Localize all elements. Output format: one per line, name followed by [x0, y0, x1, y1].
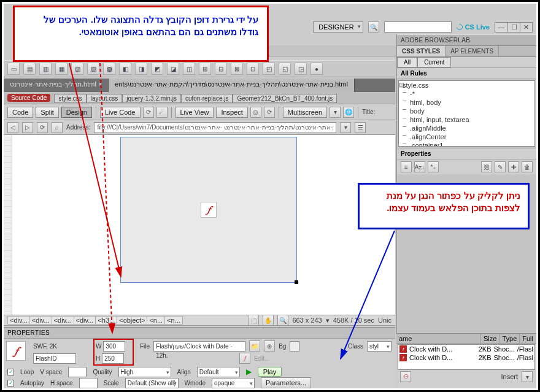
- css-rule-item[interactable]: html, body: [399, 98, 534, 107]
- width-input[interactable]: 300: [103, 341, 125, 352]
- file-target-icon[interactable]: ⊕: [264, 340, 275, 352]
- fwd-icon[interactable]: ▷: [22, 122, 33, 133]
- toolbar-icon-17[interactable]: ◱: [279, 63, 291, 75]
- related-file-tab[interactable]: cufon-replace.js: [181, 94, 233, 103]
- toolbar-icon-13[interactable]: ⊟: [215, 63, 227, 75]
- toolbar-icon-10[interactable]: ◪: [167, 63, 179, 75]
- css-current-button[interactable]: Current: [417, 57, 451, 67]
- insert-drop-icon[interactable]: ▾: [522, 371, 533, 382]
- bg-color-swatch[interactable]: [290, 341, 299, 352]
- source-code-badge[interactable]: Source Code: [7, 94, 50, 102]
- tag-crumb[interactable]: <n...: [147, 316, 165, 325]
- delete-rule-icon[interactable]: 🗑: [522, 161, 533, 172]
- toolbar-icon-0[interactable]: ▭: [7, 63, 20, 75]
- tag-crumb[interactable]: <div...: [29, 316, 52, 325]
- parameters-button[interactable]: Parameters...: [261, 377, 311, 388]
- attach-icon[interactable]: ⛓: [481, 161, 492, 172]
- document-tab[interactable]: ents\בניית-אתר-אינטרנט\תהליך-בניית-אתר-א…: [109, 79, 355, 92]
- back-icon[interactable]: ◁: [7, 122, 18, 133]
- files-list[interactable]: fClock with D...2KBShoc.../FlaslfClock w…: [398, 344, 535, 370]
- browserlab-header[interactable]: ADOBE BROWSERLAB: [397, 34, 536, 46]
- maximize-icon[interactable]: ☐: [507, 23, 520, 32]
- refresh-icon[interactable]: ⟳: [264, 107, 275, 118]
- rules-root[interactable]: style.css: [399, 81, 534, 90]
- vspace-input[interactable]: [68, 367, 87, 377]
- file-row[interactable]: fClock with D...2KBShoc.../Flasl: [398, 345, 534, 353]
- address-input[interactable]: [94, 122, 336, 133]
- select-tool-icon[interactable]: ⬚: [248, 315, 259, 326]
- toolbar-icon-12[interactable]: ⊞: [199, 63, 211, 75]
- hspace-input[interactable]: [79, 378, 98, 388]
- toolbar-icon-9[interactable]: ◩: [151, 63, 163, 75]
- tag-crumb[interactable]: <n...: [164, 316, 183, 325]
- addr-opt-icon[interactable]: ☰: [355, 122, 366, 133]
- col-full[interactable]: Full: [520, 334, 536, 344]
- css-rule-item[interactable]: .alignCenter: [399, 133, 534, 141]
- file-row[interactable]: fClock with D...2KBShoc.../Flasl: [398, 353, 534, 362]
- browser-icon[interactable]: 🌐: [343, 107, 354, 118]
- related-file-tab[interactable]: jquery-1.3.2.min.js: [122, 94, 181, 103]
- toolbar-icon-2[interactable]: ▥: [39, 63, 52, 75]
- livecode-icon[interactable]: ⟳: [143, 107, 154, 118]
- tag-crumb[interactable]: <div...: [7, 316, 30, 325]
- liveview-button[interactable]: Live View: [176, 107, 214, 118]
- toolbar-icon-18[interactable]: ◲: [295, 63, 307, 75]
- related-file-tab[interactable]: style.css: [54, 94, 86, 103]
- tag-crumb[interactable]: <object>: [117, 316, 147, 325]
- close-icon[interactable]: ✕: [520, 23, 532, 32]
- file-input[interactable]: Flash/שעון/Clock with Date - 12h.: [153, 341, 245, 352]
- toolbar-icon-3[interactable]: ▦: [55, 63, 68, 75]
- ms-icon[interactable]: ▾: [330, 107, 341, 118]
- toolbar-icon-6[interactable]: ▩: [103, 63, 115, 75]
- align-select[interactable]: Default: [197, 367, 240, 377]
- loop-checkbox[interactable]: ✓: [7, 369, 14, 375]
- css-styles-tab[interactable]: CSS STYLES: [397, 46, 446, 56]
- toolbar-icon-8[interactable]: ◨: [135, 63, 147, 75]
- toolbar-icon-19[interactable]: ●: [310, 63, 323, 75]
- col-type[interactable]: Type: [500, 334, 520, 344]
- workspace-dropdown[interactable]: DESIGNER: [313, 21, 363, 33]
- swf-id-input[interactable]: FlashID: [33, 353, 76, 364]
- inspect-icon[interactable]: ◎: [250, 107, 261, 118]
- css-rule-item[interactable]: body: [399, 107, 534, 115]
- css-rule-item[interactable]: .container1: [399, 141, 534, 147]
- play-icon[interactable]: ▶: [246, 367, 252, 376]
- zoom-tool-icon[interactable]: 🔍: [277, 315, 288, 326]
- tag-crumb[interactable]: <div...: [74, 316, 96, 325]
- css-rule-item[interactable]: -*: [399, 90, 534, 98]
- col-name[interactable]: ame: [396, 334, 481, 344]
- tag-crumb[interactable]: <h3...: [95, 316, 117, 325]
- css-rule-item[interactable]: html, input, textarea: [399, 115, 534, 124]
- scale-select[interactable]: Default (Show all): [125, 378, 179, 388]
- toolbar-icon-11[interactable]: ◫: [183, 63, 195, 75]
- toolbar-icon-7[interactable]: ◧: [119, 63, 131, 75]
- livecode2-icon[interactable]: ☄: [156, 107, 168, 118]
- height-input[interactable]: 250: [102, 353, 124, 364]
- ap-elements-tab[interactable]: AP ELEMENTS: [446, 46, 499, 56]
- tag-crumb[interactable]: <div...: [52, 316, 74, 325]
- quality-select[interactable]: High: [118, 367, 171, 377]
- reload-icon[interactable]: ⟳: [37, 122, 48, 133]
- cslive-button[interactable]: CS Live: [457, 23, 490, 31]
- edit-rule-icon[interactable]: ✚: [508, 161, 519, 172]
- document-canvas[interactable]: 𝑓: [4, 135, 395, 315]
- toolbar-icon-5[interactable]: ▨: [87, 63, 99, 75]
- addr-drop-icon[interactable]: ▾: [340, 122, 351, 133]
- toolbar-icon-16[interactable]: ◰: [263, 63, 275, 75]
- flash-edit-icon[interactable]: 𝑓: [239, 353, 250, 364]
- hand-tool-icon[interactable]: ✋: [263, 315, 274, 326]
- toolbar-icon-14[interactable]: ⊠: [231, 63, 243, 75]
- col-size[interactable]: Size: [481, 334, 500, 344]
- search-icon[interactable]: 🔍: [368, 21, 379, 33]
- class-select[interactable]: styl: [367, 341, 392, 352]
- insert-label[interactable]: Insert: [501, 373, 518, 380]
- document-tab[interactable]: תהליך-בניית-אתר-אינטרנט.html ×: [4, 79, 109, 92]
- split-button[interactable]: Split: [36, 107, 58, 118]
- css-rules-list[interactable]: style.css -*html, bodybodyhtml, input, t…: [398, 80, 535, 147]
- new-rule-icon[interactable]: ✎: [495, 161, 506, 172]
- autoplay-checkbox[interactable]: ✓: [7, 380, 14, 386]
- inspect-button[interactable]: Inspect: [216, 107, 247, 118]
- show-category-icon[interactable]: ≡: [401, 161, 412, 172]
- toolbar-icon-4[interactable]: ▧: [71, 63, 83, 75]
- toolbar-icon-15[interactable]: ⊡: [247, 63, 259, 75]
